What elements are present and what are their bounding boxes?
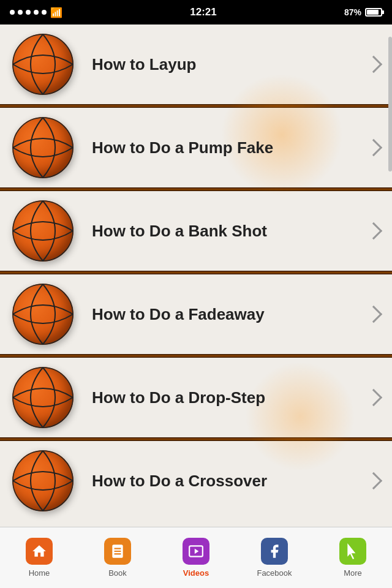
item-label: How to Do a Drop-Step	[74, 388, 368, 407]
item-label: How to Do a Pump Fake	[74, 138, 368, 157]
tab-more-label: More	[344, 568, 362, 578]
list-item[interactable]: How to Do a Fadeaway	[0, 274, 392, 354]
basketball-icon	[12, 450, 74, 511]
chevron-right-icon	[365, 306, 382, 323]
main-content: How to Layup How to Do a Pump Fake	[0, 24, 392, 564]
list-item[interactable]: How to Do a Drop-Step	[0, 358, 392, 437]
list-item[interactable]: How to Layup	[0, 24, 392, 104]
chevron-right-icon	[365, 472, 382, 489]
home-tab-icon	[26, 538, 53, 565]
book-tab-icon	[104, 538, 131, 565]
scrollbar-thumb[interactable]	[388, 37, 392, 172]
basketball-icon	[12, 117, 74, 178]
more-tab-icon	[339, 538, 366, 565]
item-label: How to Do a Fadeaway	[74, 305, 368, 324]
svg-marker-7	[195, 549, 199, 554]
svg-point-5	[13, 451, 73, 511]
tab-facebook[interactable]: Facebook	[235, 527, 314, 588]
tab-home[interactable]: Home	[0, 527, 78, 588]
chevron-right-icon	[365, 222, 382, 239]
facebook-tab-icon	[261, 538, 288, 565]
signal-dots	[10, 10, 47, 15]
svg-point-3	[13, 284, 73, 344]
tab-book-label: Book	[108, 568, 127, 578]
tab-videos[interactable]: Videos	[157, 527, 235, 588]
list-item[interactable]: How to Do a Pump Fake	[0, 108, 392, 187]
tab-book[interactable]: Book	[78, 527, 157, 588]
svg-point-1	[13, 118, 73, 178]
item-label: How to Do a Crossover	[74, 472, 368, 491]
item-label: How to Layup	[74, 55, 368, 74]
tab-facebook-label: Facebook	[257, 568, 292, 578]
book-icon	[110, 543, 126, 559]
tab-videos-label: Videos	[183, 568, 209, 578]
battery-icon	[365, 8, 382, 17]
play-icon	[188, 543, 204, 559]
tab-bar: Home Book Videos Facebook	[0, 527, 392, 588]
basketball-icon	[12, 200, 74, 262]
list-item[interactable]: How to Do a Crossover	[0, 441, 392, 521]
svg-point-4	[13, 368, 73, 428]
item-label: How to Do a Bank Shot	[74, 222, 368, 241]
status-left: 📶	[10, 7, 62, 18]
facebook-icon	[266, 543, 282, 559]
basketball-icon	[12, 284, 74, 345]
chevron-right-icon	[365, 56, 382, 73]
wifi-icon: 📶	[50, 7, 62, 18]
status-right: 87%	[344, 7, 382, 17]
home-icon	[31, 543, 47, 559]
chevron-right-icon	[365, 389, 382, 406]
svg-point-2	[13, 201, 73, 261]
tab-more[interactable]: More	[314, 527, 392, 588]
basketball-icon	[12, 367, 74, 428]
status-bar: 📶 12:21 87%	[0, 0, 392, 24]
cursor-icon	[345, 543, 361, 559]
basketball-icon	[12, 34, 74, 95]
status-time: 12:21	[190, 6, 216, 18]
chevron-right-icon	[365, 139, 382, 156]
battery-percentage: 87%	[344, 7, 361, 17]
tab-home-label: Home	[29, 568, 50, 578]
scrollbar[interactable]	[387, 24, 392, 564]
svg-point-0	[13, 34, 73, 94]
list-item[interactable]: How to Do a Bank Shot	[0, 191, 392, 271]
videos-tab-icon	[183, 538, 209, 565]
